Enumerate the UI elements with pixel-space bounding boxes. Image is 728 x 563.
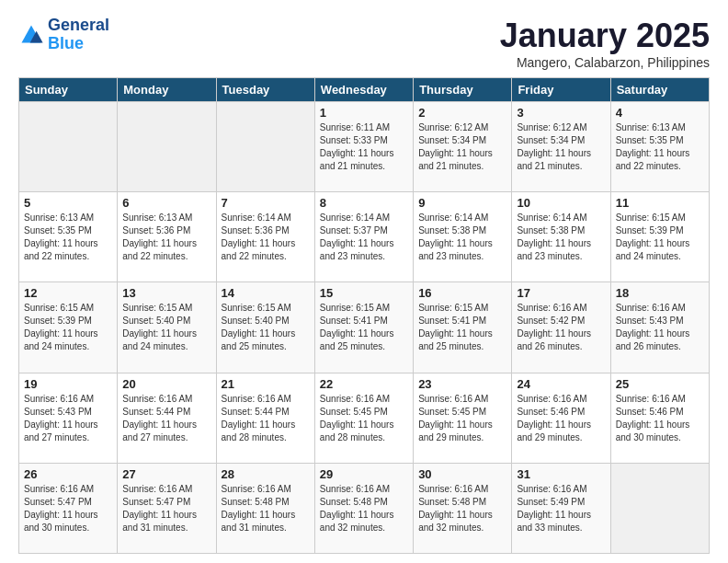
table-row: 22Sunrise: 6:16 AM Sunset: 5:45 PM Dayli… bbox=[314, 373, 413, 463]
col-tuesday: Tuesday bbox=[216, 78, 314, 102]
cell-info: Sunrise: 6:14 AM Sunset: 5:38 PM Dayligh… bbox=[517, 212, 605, 263]
day-number: 4 bbox=[616, 106, 704, 120]
day-number: 3 bbox=[517, 106, 605, 120]
table-row: 24Sunrise: 6:16 AM Sunset: 5:46 PM Dayli… bbox=[512, 373, 610, 463]
day-number: 15 bbox=[320, 286, 408, 300]
day-number: 14 bbox=[222, 286, 310, 300]
calendar-week-row-0: 1Sunrise: 6:11 AM Sunset: 5:33 PM Daylig… bbox=[19, 102, 710, 192]
table-row: 21Sunrise: 6:16 AM Sunset: 5:44 PM Dayli… bbox=[216, 373, 314, 463]
calendar-week-row-1: 5Sunrise: 6:13 AM Sunset: 5:35 PM Daylig… bbox=[19, 192, 710, 282]
logo-line2: Blue bbox=[48, 34, 84, 52]
table-row: 10Sunrise: 6:14 AM Sunset: 5:38 PM Dayli… bbox=[512, 192, 610, 282]
table-row: 28Sunrise: 6:16 AM Sunset: 5:48 PM Dayli… bbox=[216, 463, 314, 553]
day-number: 26 bbox=[24, 467, 112, 481]
table-row: 26Sunrise: 6:16 AM Sunset: 5:47 PM Dayli… bbox=[19, 463, 118, 553]
calendar-week-row-3: 19Sunrise: 6:16 AM Sunset: 5:43 PM Dayli… bbox=[19, 373, 710, 463]
cell-info: Sunrise: 6:16 AM Sunset: 5:46 PM Dayligh… bbox=[517, 393, 605, 444]
cell-info: Sunrise: 6:16 AM Sunset: 5:45 PM Dayligh… bbox=[320, 393, 408, 444]
day-number: 22 bbox=[320, 377, 408, 391]
col-friday: Friday bbox=[512, 78, 610, 102]
cell-info: Sunrise: 6:15 AM Sunset: 5:39 PM Dayligh… bbox=[616, 212, 704, 263]
cell-info: Sunrise: 6:13 AM Sunset: 5:36 PM Dayligh… bbox=[122, 212, 210, 263]
table-row bbox=[118, 102, 216, 192]
cell-info: Sunrise: 6:14 AM Sunset: 5:37 PM Dayligh… bbox=[320, 212, 408, 263]
table-row: 4Sunrise: 6:13 AM Sunset: 5:35 PM Daylig… bbox=[610, 102, 709, 192]
table-row bbox=[19, 102, 118, 192]
table-row: 30Sunrise: 6:16 AM Sunset: 5:48 PM Dayli… bbox=[414, 463, 512, 553]
month-title: January 2025 bbox=[500, 17, 710, 55]
day-number: 19 bbox=[24, 377, 112, 391]
day-number: 31 bbox=[517, 467, 605, 481]
logo-text: General Blue bbox=[48, 17, 109, 53]
header: General Blue January 2025 Mangero, Calab… bbox=[18, 17, 710, 70]
day-number: 29 bbox=[320, 467, 408, 481]
cell-info: Sunrise: 6:13 AM Sunset: 5:35 PM Dayligh… bbox=[24, 212, 112, 263]
day-number: 28 bbox=[222, 467, 310, 481]
cell-info: Sunrise: 6:12 AM Sunset: 5:34 PM Dayligh… bbox=[517, 121, 605, 173]
day-number: 10 bbox=[517, 196, 605, 210]
cell-info: Sunrise: 6:16 AM Sunset: 5:48 PM Dayligh… bbox=[320, 483, 408, 534]
table-row: 27Sunrise: 6:16 AM Sunset: 5:47 PM Dayli… bbox=[118, 463, 216, 553]
cell-info: Sunrise: 6:16 AM Sunset: 5:46 PM Dayligh… bbox=[616, 393, 704, 444]
table-row: 25Sunrise: 6:16 AM Sunset: 5:46 PM Dayli… bbox=[610, 373, 709, 463]
cell-info: Sunrise: 6:16 AM Sunset: 5:42 PM Dayligh… bbox=[517, 302, 605, 353]
col-wednesday: Wednesday bbox=[314, 78, 413, 102]
logo-icon bbox=[18, 22, 44, 48]
table-row: 29Sunrise: 6:16 AM Sunset: 5:48 PM Dayli… bbox=[314, 463, 413, 553]
cell-info: Sunrise: 6:15 AM Sunset: 5:41 PM Dayligh… bbox=[320, 302, 408, 353]
cell-info: Sunrise: 6:16 AM Sunset: 5:45 PM Dayligh… bbox=[418, 393, 506, 444]
day-number: 27 bbox=[122, 467, 210, 481]
table-row: 17Sunrise: 6:16 AM Sunset: 5:42 PM Dayli… bbox=[512, 282, 610, 373]
table-row: 19Sunrise: 6:16 AM Sunset: 5:43 PM Dayli… bbox=[19, 373, 118, 463]
logo-line1: General bbox=[48, 17, 109, 35]
day-number: 18 bbox=[616, 286, 704, 300]
cell-info: Sunrise: 6:15 AM Sunset: 5:40 PM Dayligh… bbox=[122, 302, 210, 353]
cell-info: Sunrise: 6:16 AM Sunset: 5:48 PM Dayligh… bbox=[418, 483, 506, 534]
table-row: 20Sunrise: 6:16 AM Sunset: 5:44 PM Dayli… bbox=[118, 373, 216, 463]
location: Mangero, Calabarzon, Philippines bbox=[500, 55, 710, 70]
day-number: 1 bbox=[320, 106, 408, 120]
logo: General Blue bbox=[18, 17, 109, 53]
calendar-header-row: Sunday Monday Tuesday Wednesday Thursday… bbox=[19, 78, 710, 102]
table-row: 3Sunrise: 6:12 AM Sunset: 5:34 PM Daylig… bbox=[512, 102, 610, 192]
cell-info: Sunrise: 6:16 AM Sunset: 5:48 PM Dayligh… bbox=[222, 483, 310, 534]
cell-info: Sunrise: 6:16 AM Sunset: 5:43 PM Dayligh… bbox=[616, 302, 704, 353]
cell-info: Sunrise: 6:13 AM Sunset: 5:35 PM Dayligh… bbox=[616, 121, 704, 173]
table-row: 14Sunrise: 6:15 AM Sunset: 5:40 PM Dayli… bbox=[216, 282, 314, 373]
calendar-week-row-2: 12Sunrise: 6:15 AM Sunset: 5:39 PM Dayli… bbox=[19, 282, 710, 373]
cell-info: Sunrise: 6:16 AM Sunset: 5:47 PM Dayligh… bbox=[24, 483, 112, 534]
day-number: 12 bbox=[24, 286, 112, 300]
day-number: 6 bbox=[122, 196, 210, 210]
col-monday: Monday bbox=[118, 78, 216, 102]
table-row: 6Sunrise: 6:13 AM Sunset: 5:36 PM Daylig… bbox=[118, 192, 216, 282]
day-number: 30 bbox=[418, 467, 506, 481]
calendar-table: Sunday Monday Tuesday Wednesday Thursday… bbox=[18, 77, 710, 554]
day-number: 21 bbox=[222, 377, 310, 391]
day-number: 23 bbox=[418, 377, 506, 391]
table-row: 7Sunrise: 6:14 AM Sunset: 5:36 PM Daylig… bbox=[216, 192, 314, 282]
table-row: 15Sunrise: 6:15 AM Sunset: 5:41 PM Dayli… bbox=[314, 282, 413, 373]
table-row: 13Sunrise: 6:15 AM Sunset: 5:40 PM Dayli… bbox=[118, 282, 216, 373]
cell-info: Sunrise: 6:14 AM Sunset: 5:36 PM Dayligh… bbox=[222, 212, 310, 263]
table-row: 11Sunrise: 6:15 AM Sunset: 5:39 PM Dayli… bbox=[610, 192, 709, 282]
cell-info: Sunrise: 6:14 AM Sunset: 5:38 PM Dayligh… bbox=[418, 212, 506, 263]
table-row: 12Sunrise: 6:15 AM Sunset: 5:39 PM Dayli… bbox=[19, 282, 118, 373]
day-number: 24 bbox=[517, 377, 605, 391]
cell-info: Sunrise: 6:11 AM Sunset: 5:33 PM Dayligh… bbox=[320, 121, 408, 173]
day-number: 8 bbox=[320, 196, 408, 210]
table-row: 2Sunrise: 6:12 AM Sunset: 5:34 PM Daylig… bbox=[414, 102, 512, 192]
day-number: 9 bbox=[418, 196, 506, 210]
table-row: 18Sunrise: 6:16 AM Sunset: 5:43 PM Dayli… bbox=[610, 282, 709, 373]
day-number: 20 bbox=[122, 377, 210, 391]
day-number: 11 bbox=[616, 196, 704, 210]
table-row: 31Sunrise: 6:16 AM Sunset: 5:49 PM Dayli… bbox=[512, 463, 610, 553]
cell-info: Sunrise: 6:16 AM Sunset: 5:43 PM Dayligh… bbox=[24, 393, 112, 444]
table-row: 5Sunrise: 6:13 AM Sunset: 5:35 PM Daylig… bbox=[19, 192, 118, 282]
table-row: 9Sunrise: 6:14 AM Sunset: 5:38 PM Daylig… bbox=[414, 192, 512, 282]
day-number: 5 bbox=[24, 196, 112, 210]
day-number: 17 bbox=[517, 286, 605, 300]
table-row: 16Sunrise: 6:15 AM Sunset: 5:41 PM Dayli… bbox=[414, 282, 512, 373]
calendar-week-row-4: 26Sunrise: 6:16 AM Sunset: 5:47 PM Dayli… bbox=[19, 463, 710, 553]
cell-info: Sunrise: 6:15 AM Sunset: 5:40 PM Dayligh… bbox=[222, 302, 310, 353]
table-row: 1Sunrise: 6:11 AM Sunset: 5:33 PM Daylig… bbox=[314, 102, 413, 192]
